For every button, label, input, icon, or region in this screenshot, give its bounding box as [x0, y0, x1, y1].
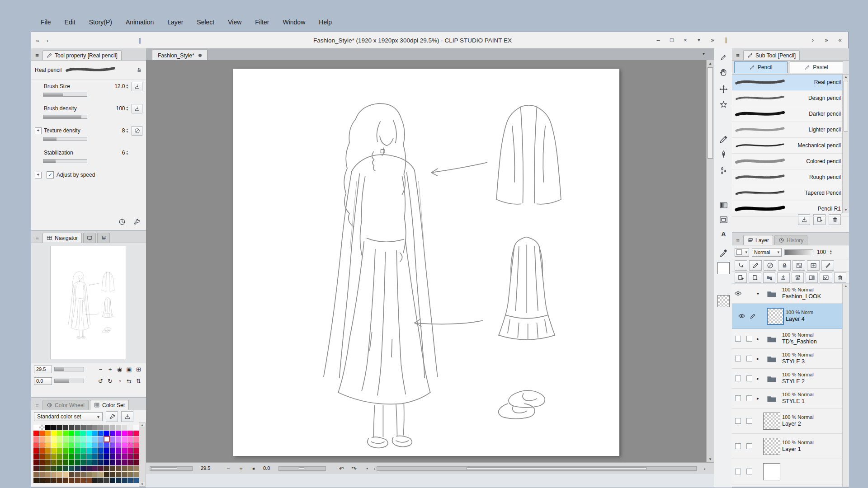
color-swatch[interactable] [98, 436, 104, 442]
spinner-icon[interactable]: ▴▾ [126, 106, 128, 111]
property-value[interactable]: 12.0 [114, 83, 125, 89]
zoom-out-icon[interactable]: − [96, 365, 105, 374]
ruler-icon[interactable] [821, 260, 834, 271]
property-slider[interactable] [43, 93, 87, 97]
color-swatch[interactable] [86, 442, 92, 448]
color-swatch[interactable] [98, 425, 104, 430]
menu-select[interactable]: Select [191, 17, 220, 28]
color-swatch[interactable] [92, 442, 98, 448]
color-swatch[interactable] [51, 478, 57, 483]
main-drawing-color-swatch[interactable] [717, 262, 730, 274]
clip-below-icon[interactable] [735, 260, 747, 271]
color-swatch[interactable] [57, 460, 62, 465]
vertical-scroll-thumb[interactable] [708, 67, 713, 159]
tool-auto-select-button[interactable] [717, 99, 730, 111]
color-swatch[interactable] [127, 431, 133, 436]
mini-zoom-track[interactable] [150, 466, 193, 471]
adjust-by-speed-checkbox[interactable]: ✓ [47, 171, 54, 178]
menu-window[interactable]: Window [277, 17, 311, 28]
expand-plus-icon[interactable]: + [35, 172, 42, 178]
flip-vertical-icon[interactable]: ⇅ [134, 377, 143, 385]
color-swatch[interactable] [133, 448, 139, 454]
canvas-zoom-value[interactable]: 29.5 [201, 465, 210, 471]
zoom-out-icon[interactable]: − [223, 464, 234, 473]
color-swatch[interactable] [69, 478, 74, 483]
merge-down-icon[interactable] [792, 272, 804, 283]
tab-subview-icon[interactable] [83, 233, 96, 243]
color-swatch[interactable] [92, 478, 98, 483]
color-swatch[interactable] [98, 466, 104, 471]
color-swatch[interactable] [69, 425, 74, 430]
scroll-right-icon[interactable]: › [699, 464, 710, 473]
color-swatch[interactable] [80, 478, 86, 483]
expand-dock-icon[interactable]: » [707, 35, 718, 45]
fill-lock-icon[interactable] [764, 260, 776, 271]
color-swatch[interactable] [92, 466, 98, 471]
color-set-dropdown[interactable]: Standard color set ▾ [34, 412, 103, 421]
property-value[interactable]: 6 [122, 150, 125, 156]
color-swatch[interactable] [122, 478, 127, 483]
color-swatch[interactable] [45, 436, 51, 442]
color-swatch[interactable] [133, 478, 139, 483]
color-swatch[interactable] [86, 425, 92, 430]
color-swatch[interactable] [51, 425, 57, 430]
color-swatch[interactable] [57, 448, 62, 454]
sub-tool-item[interactable]: Real pencil [732, 75, 849, 90]
zoom-in-icon[interactable]: + [105, 365, 115, 374]
color-swatch[interactable] [45, 460, 51, 465]
apply-mask-icon[interactable] [820, 272, 832, 283]
expand-arrow-icon[interactable]: ▸ [755, 356, 761, 361]
sub-tool-item[interactable]: Rough pencil [732, 169, 849, 185]
color-swatch[interactable] [116, 442, 121, 448]
color-swatch[interactable] [57, 466, 62, 471]
color-swatch[interactable] [80, 454, 86, 460]
color-swatch[interactable] [75, 442, 80, 448]
color-swatch[interactable] [80, 460, 86, 465]
expand-arrow-icon[interactable]: ▸ [755, 396, 761, 401]
color-swatch[interactable] [116, 436, 121, 442]
restore-defaults-icon[interactable] [117, 217, 127, 226]
color-swatch[interactable] [75, 454, 80, 460]
save-default-icon[interactable] [132, 104, 142, 113]
color-swatch[interactable] [80, 466, 86, 471]
wrench-icon[interactable] [132, 217, 142, 226]
color-swatch[interactable] [122, 425, 127, 430]
color-swatch[interactable] [63, 478, 68, 483]
color-swatch[interactable] [86, 448, 92, 454]
color-swatch[interactable] [98, 442, 104, 448]
color-swatch[interactable] [80, 442, 86, 448]
color-swatch[interactable] [33, 478, 39, 483]
property-slider[interactable] [43, 137, 87, 141]
layer-row[interactable] [732, 459, 849, 484]
menu-storyp[interactable]: Story(P) [84, 17, 118, 28]
color-swatch[interactable] [57, 436, 62, 442]
color-swatch[interactable] [63, 466, 68, 471]
canvas-vertical-scrollbar[interactable]: ▲ ▼ [706, 60, 714, 462]
tool-dropper-button[interactable] [717, 246, 730, 259]
color-swatch[interactable] [104, 425, 109, 430]
color-swatch[interactable] [92, 431, 98, 436]
mask-enable-icon[interactable] [807, 260, 820, 271]
layer-thumbnail[interactable] [767, 308, 784, 325]
color-swatch[interactable] [80, 448, 86, 454]
color-swatch[interactable] [104, 472, 109, 477]
color-swatch[interactable] [57, 442, 62, 448]
color-swatch[interactable] [133, 466, 139, 471]
color-swatch[interactable] [45, 478, 51, 483]
color-swatch[interactable] [104, 478, 109, 483]
color-swatch[interactable] [33, 454, 39, 460]
layer-mask-icon[interactable] [806, 272, 818, 283]
color-swatch[interactable] [69, 466, 74, 471]
spinner-icon[interactable]: ▴▾ [126, 84, 128, 89]
panel-menu-icon[interactable]: ≡ [734, 51, 742, 59]
layer-thumbnail[interactable] [763, 438, 780, 455]
tab-tool-property[interactable]: Tool property [Real pencil] [42, 50, 122, 60]
redo-icon[interactable]: ↷ [349, 464, 359, 473]
menu-file[interactable]: File [35, 17, 57, 28]
color-swatch[interactable] [92, 454, 98, 460]
color-swatch[interactable] [116, 454, 121, 460]
color-swatch[interactable] [104, 448, 109, 454]
color-swatch[interactable] [104, 454, 109, 460]
color-swatch[interactable] [57, 425, 62, 430]
color-swatch[interactable] [39, 466, 45, 471]
